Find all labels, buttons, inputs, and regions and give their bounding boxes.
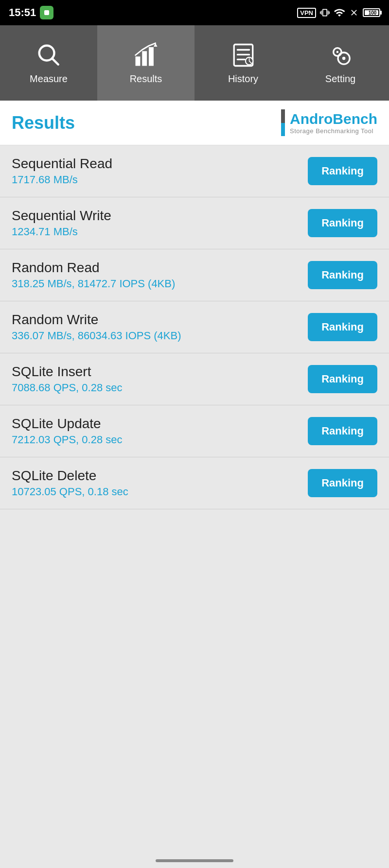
result-name-sqlite-insert: SQLite Insert: [12, 364, 308, 380]
svg-rect-0: [44, 10, 49, 15]
brand-name: AndroBench: [290, 111, 377, 127]
page-header: Results AndroBench Storage Benchmarking …: [0, 101, 389, 145]
brand-subtitle: Storage Benchmarking Tool: [290, 127, 373, 135]
battery-level: 100: [365, 10, 380, 16]
result-info-seq-write: Sequential Write 1234.71 MB/s: [12, 208, 308, 238]
tab-history[interactable]: History: [194, 25, 292, 101]
ranking-button-sqlite-delete[interactable]: Ranking: [308, 469, 377, 497]
result-value-seq-read: 1717.68 MB/s: [12, 174, 308, 186]
setting-icon: [327, 42, 354, 69]
home-indicator: [156, 859, 233, 862]
ranking-button-rand-read[interactable]: Ranking: [308, 261, 377, 289]
history-icon: [230, 42, 257, 69]
result-value-seq-write: 1234.71 MB/s: [12, 226, 308, 238]
svg-rect-3: [135, 56, 140, 66]
tab-measure[interactable]: Measure: [0, 25, 97, 101]
svg-rect-4: [142, 51, 147, 66]
result-value-rand-read: 318.25 MB/s, 81472.7 IOPS (4KB): [12, 278, 308, 290]
tab-setting-label: Setting: [325, 73, 355, 85]
result-item-seq-write: Sequential Write 1234.71 MB/s Ranking: [0, 197, 389, 249]
result-info-sqlite-update: SQLite Update 7212.03 QPS, 0.28 sec: [12, 416, 308, 446]
result-info-sqlite-insert: SQLite Insert 7088.68 QPS, 0.28 sec: [12, 364, 308, 394]
page-title: Results: [12, 113, 75, 133]
results-icon: [133, 42, 159, 69]
close-notification-icon: [349, 8, 359, 17]
result-value-sqlite-update: 7212.03 QPS, 0.28 sec: [12, 434, 308, 446]
battery-icon: 100: [363, 8, 380, 17]
tab-history-label: History: [228, 73, 258, 85]
result-name-sqlite-update: SQLite Update: [12, 416, 308, 432]
result-item-rand-write: Random Write 336.07 MB/s, 86034.63 IOPS …: [0, 301, 389, 353]
result-value-sqlite-delete: 10723.05 QPS, 0.18 sec: [12, 486, 308, 498]
brand-bar: [281, 109, 285, 136]
svg-point-16: [336, 51, 338, 52]
result-name-rand-write: Random Write: [12, 312, 308, 328]
ranking-button-sqlite-insert[interactable]: Ranking: [308, 365, 377, 393]
results-list: Sequential Read 1717.68 MB/s Ranking Seq…: [0, 145, 389, 509]
svg-point-17: [342, 56, 345, 60]
tab-measure-label: Measure: [30, 73, 68, 85]
brand-name-accent: Bench: [333, 111, 377, 127]
nav-tabs: Measure Results History: [0, 25, 389, 101]
result-value-sqlite-insert: 7088.68 QPS, 0.28 sec: [12, 382, 308, 394]
measure-icon: [35, 42, 62, 69]
wifi-icon: [334, 7, 345, 18]
brand-name-dark: Andro: [290, 111, 333, 127]
result-item-seq-read: Sequential Read 1717.68 MB/s Ranking: [0, 145, 389, 197]
result-value-rand-write: 336.07 MB/s, 86034.63 IOPS (4KB): [12, 330, 308, 342]
tab-results-label: Results: [130, 73, 162, 85]
bottom-area: [0, 509, 389, 704]
svg-rect-5: [149, 47, 154, 66]
result-item-sqlite-delete: SQLite Delete 10723.05 QPS, 0.18 sec Ran…: [0, 457, 389, 509]
svg-line-2: [52, 58, 58, 65]
vpn-badge: VPN: [297, 8, 316, 18]
battery-container: 100: [363, 8, 380, 17]
result-item-sqlite-insert: SQLite Insert 7088.68 QPS, 0.28 sec Rank…: [0, 353, 389, 405]
battery-tip: [380, 11, 382, 15]
result-name-rand-read: Random Read: [12, 260, 308, 276]
result-info-seq-read: Sequential Read 1717.68 MB/s: [12, 156, 308, 186]
ranking-button-seq-read[interactable]: Ranking: [308, 157, 377, 185]
result-info-rand-write: Random Write 336.07 MB/s, 86034.63 IOPS …: [12, 312, 308, 342]
brand-text: AndroBench Storage Benchmarking Tool: [290, 111, 377, 135]
app-notification-icon: [40, 6, 53, 19]
ranking-button-sqlite-update[interactable]: Ranking: [308, 417, 377, 445]
tab-setting[interactable]: Setting: [292, 25, 389, 101]
result-info-rand-read: Random Read 318.25 MB/s, 81472.7 IOPS (4…: [12, 260, 308, 290]
result-item-sqlite-update: SQLite Update 7212.03 QPS, 0.28 sec Rank…: [0, 405, 389, 457]
tab-results[interactable]: Results: [97, 25, 194, 101]
result-item-rand-read: Random Read 318.25 MB/s, 81472.7 IOPS (4…: [0, 249, 389, 301]
brand-logo: AndroBench Storage Benchmarking Tool: [281, 109, 377, 136]
result-name-seq-write: Sequential Write: [12, 208, 308, 224]
result-name-seq-read: Sequential Read: [12, 156, 308, 172]
status-bar: 15:51 VPN 100: [0, 0, 389, 25]
ranking-button-rand-write[interactable]: Ranking: [308, 313, 377, 341]
status-left: 15:51: [9, 6, 53, 19]
result-name-sqlite-delete: SQLite Delete: [12, 468, 308, 484]
time-display: 15:51: [9, 6, 36, 19]
vibrate-icon: [320, 8, 330, 17]
result-info-sqlite-delete: SQLite Delete 10723.05 QPS, 0.18 sec: [12, 468, 308, 498]
status-right: VPN 100: [297, 7, 380, 18]
ranking-button-seq-write[interactable]: Ranking: [308, 209, 377, 237]
